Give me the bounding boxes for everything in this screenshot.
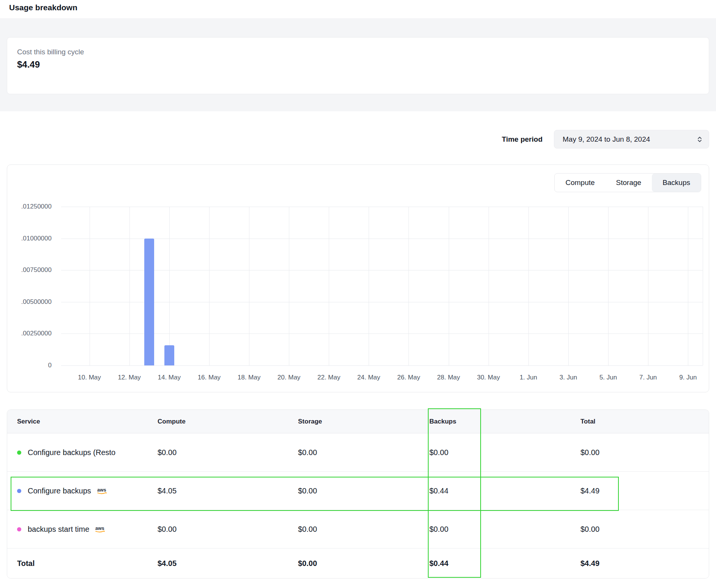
gridline-vertical xyxy=(528,207,529,365)
y-tick-label: .00250000 xyxy=(7,330,52,337)
y-tick-label: 0 xyxy=(7,362,52,369)
svg-text:aws: aws xyxy=(95,526,104,531)
storage-value: $0.00 xyxy=(288,525,420,534)
table-header-row: ServiceComputeStorageBackupsTotal xyxy=(7,410,709,433)
gridline-vertical xyxy=(608,207,609,365)
compute-value: $0.00 xyxy=(148,448,288,457)
x-tick-label: 10. May xyxy=(78,374,101,381)
x-tick-label: 5. Jun xyxy=(599,374,617,381)
total-value: $0.00 xyxy=(571,448,709,457)
x-tick-label: 12. May xyxy=(118,374,140,381)
gridline-vertical xyxy=(289,207,289,365)
gridline-horizontal xyxy=(61,239,703,239)
gridline-vertical xyxy=(688,207,688,365)
gridline-vertical xyxy=(449,207,449,365)
tab-compute[interactable]: Compute xyxy=(555,174,605,192)
backups-value: $0.00 xyxy=(420,448,571,457)
x-tick-label: 22. May xyxy=(317,374,340,381)
gridline-horizontal xyxy=(61,334,703,334)
total-value: $4.49 xyxy=(571,487,709,495)
time-period-controls: Time period May 9, 2024 to Jun 8, 2024 xyxy=(7,130,709,149)
column-header-compute: Compute xyxy=(148,418,288,425)
chart-y-axis: .01250000.01000000.00750000.00500000.002… xyxy=(7,207,52,365)
x-tick-label: 16. May xyxy=(198,374,221,381)
total-storage-value: $0.00 xyxy=(288,559,420,568)
series-color-dot xyxy=(17,489,21,493)
gridline-vertical xyxy=(369,207,369,365)
gridline-vertical xyxy=(209,207,210,365)
cost-card-label: Cost this billing cycle xyxy=(17,48,699,56)
aws-icon: aws xyxy=(95,525,107,533)
backups-value: $0.44 xyxy=(420,487,571,495)
gridline-vertical xyxy=(90,207,90,365)
column-header-service: Service xyxy=(7,418,148,425)
gridline-vertical xyxy=(568,207,569,365)
y-tick-label: .00500000 xyxy=(7,298,52,306)
service-name: backups start time xyxy=(28,525,89,534)
chart-bar[interactable] xyxy=(164,345,174,366)
column-header-total: Total xyxy=(571,418,709,425)
gridline-vertical xyxy=(408,207,409,365)
gridline-vertical xyxy=(648,207,648,365)
x-tick-label: 7. Jun xyxy=(639,374,657,381)
time-period-value: May 9, 2024 to Jun 8, 2024 xyxy=(563,135,650,144)
usage-table: ServiceComputeStorageBackupsTotal Config… xyxy=(7,409,709,579)
y-tick-label: .00750000 xyxy=(7,266,52,274)
column-header-backups: Backups xyxy=(420,418,571,425)
y-tick-label: .01250000 xyxy=(7,203,52,210)
usage-table-section: ServiceComputeStorageBackupsTotal Config… xyxy=(7,409,709,579)
gridline-vertical xyxy=(249,207,249,365)
service-name: Configure backups xyxy=(28,487,91,495)
table-row: Configure backupsaws$4.05$0.00$0.44$4.49 xyxy=(7,472,709,510)
compute-value: $0.00 xyxy=(148,525,288,534)
page-title: Usage breakdown xyxy=(9,3,707,12)
table-total-row: Total $4.05 $0.00 $0.44 $4.49 xyxy=(7,548,709,578)
x-tick-label: 18. May xyxy=(238,374,260,381)
service-cell: backups start timeaws xyxy=(7,525,148,534)
svg-text:aws: aws xyxy=(97,487,106,493)
gridline-horizontal xyxy=(61,207,703,207)
billing-summary-band: Cost this billing cycle $4.49 xyxy=(0,18,716,111)
total-value: $0.00 xyxy=(571,525,709,534)
tab-storage[interactable]: Storage xyxy=(606,174,652,192)
chevron-updown-icon xyxy=(697,136,703,143)
gridline-vertical xyxy=(329,207,329,365)
series-color-dot xyxy=(17,527,21,531)
x-tick-label: 3. Jun xyxy=(560,374,577,381)
tab-backups[interactable]: Backups xyxy=(652,174,701,192)
service-name: Configure backups (Resto xyxy=(28,448,115,457)
storage-value: $0.00 xyxy=(288,487,420,495)
compute-value: $4.05 xyxy=(148,487,288,495)
chart-x-axis: 10. May12. May14. May16. May18. May20. M… xyxy=(61,374,703,385)
x-tick-label: 26. May xyxy=(397,374,420,381)
service-cell: Configure backups (Resto xyxy=(7,448,148,457)
x-tick-label: 20. May xyxy=(278,374,300,381)
gridline-vertical xyxy=(703,207,703,365)
total-backups-value: $0.44 xyxy=(420,559,571,568)
gridline-horizontal xyxy=(61,270,703,270)
x-tick-label: 30. May xyxy=(477,374,500,381)
chart-bar[interactable] xyxy=(144,239,154,365)
backups-value: $0.00 xyxy=(420,525,571,534)
service-cell: Configure backupsaws xyxy=(7,487,148,495)
x-tick-label: 1. Jun xyxy=(520,374,537,381)
x-tick-label: 9. Jun xyxy=(679,374,697,381)
table-row: backups start timeaws$0.00$0.00$0.00$0.0… xyxy=(7,510,709,548)
total-compute-value: $4.05 xyxy=(148,559,288,568)
cost-card-value: $4.49 xyxy=(17,59,699,70)
gridline-vertical xyxy=(169,207,170,365)
usage-chart-card: ComputeStorageBackups .01250000.01000000… xyxy=(7,164,709,392)
cost-card: Cost this billing cycle $4.49 xyxy=(7,37,709,94)
total-total-value: $4.49 xyxy=(571,559,709,568)
x-tick-label: 24. May xyxy=(357,374,380,381)
gridline-vertical xyxy=(489,207,489,365)
chart-plot-area xyxy=(61,207,703,365)
gridline-horizontal xyxy=(61,365,703,366)
aws-icon: aws xyxy=(96,487,109,495)
total-label: Total xyxy=(7,559,148,568)
time-period-select[interactable]: May 9, 2024 to Jun 8, 2024 xyxy=(554,130,709,149)
chart-tabs: ComputeStorageBackups xyxy=(554,173,701,192)
x-tick-label: 28. May xyxy=(437,374,460,381)
gridline-vertical xyxy=(129,207,130,365)
table-row: Configure backups (Resto$0.00$0.00$0.00$… xyxy=(7,433,709,472)
